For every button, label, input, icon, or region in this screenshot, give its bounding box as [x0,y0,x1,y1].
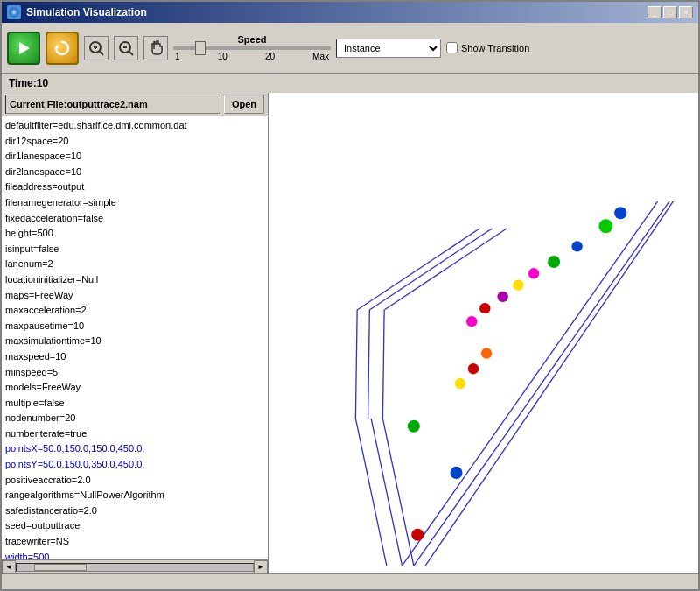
svg-line-17 [355,310,357,419]
status-bar [2,573,698,589]
config-item: positiveaccratio=2.0 [5,473,264,489]
svg-line-18 [368,310,370,419]
window-title: Simulation Visualization [26,6,147,18]
config-item: fixedacceleration=false [5,211,264,227]
content-area: Time:10 Current File:outputtrace2.nam Op… [2,74,698,573]
svg-point-25 [408,420,420,433]
svg-point-30 [480,303,490,313]
svg-line-21 [369,229,492,310]
speed-section: Speed 1 10 20 Max [173,34,331,61]
config-item: lanenum=2 [5,257,264,272]
show-transition-checkbox[interactable] [446,42,458,53]
open-button[interactable]: Open [224,95,264,114]
show-transition-label: Show Transition [461,43,529,53]
config-item: maps=FreeWay [5,288,264,304]
config-item: nodenumber=20 [5,411,264,426]
svg-point-23 [411,529,424,541]
config-item: models=FreeWay [5,380,264,396]
config-item: dir1lanespace=10 [5,149,264,165]
speed-slider-container: 1 10 20 Max [173,46,331,61]
svg-line-10 [129,51,133,55]
main-window: Simulation Visualization _ □ × [0,0,700,591]
config-item: dir2lanespace=10 [5,165,264,180]
simulation-view [269,93,698,573]
window-controls: _ □ × [648,6,693,18]
config-item: defaultfilter=edu.sharif.ce.dml.common.d… [5,118,264,134]
svg-line-7 [99,51,103,55]
config-item: pointsY=50.0,150.0,350.0,450.0, [5,457,264,473]
config-item: maxpausetime=10 [5,319,264,334]
config-item: height=500 [5,226,264,242]
config-item: width=500 [5,550,264,559]
config-item: filenamegenerator=simple [5,195,264,211]
zoom-out-button[interactable] [114,36,138,60]
config-item: isinput=false [5,242,264,257]
left-panel: Current File:outputtrace2.nam Open defau… [2,93,269,573]
config-item: minspeed=5 [5,365,264,381]
svg-marker-2 [19,42,30,54]
config-item: multiple=false [5,396,264,412]
horizontal-scrollbar: ◄ ► [2,559,268,573]
file-bar: Current File:outputtrace2.nam Open [2,93,268,116]
svg-point-31 [497,292,508,302]
config-list[interactable]: defaultfilter=edu.sharif.ce.dml.common.d… [2,116,268,559]
config-item: tracewriter=NS [5,534,264,550]
svg-point-33 [528,268,539,278]
svg-point-36 [598,219,612,233]
svg-point-27 [468,363,479,374]
current-file-display: Current File:outputtrace2.nam [5,95,220,114]
refresh-button[interactable] [46,32,79,65]
title-bar-left: Simulation Visualization [7,5,147,19]
scroll-left-button[interactable]: ◄ [2,560,16,574]
toolbar: Speed 1 10 20 Max Instance Show Transiti… [2,23,698,74]
main-content: Current File:outputtrace2.nam Open defau… [2,93,698,573]
svg-point-29 [466,316,477,327]
maximize-button[interactable]: □ [663,6,677,18]
hand-tool-button[interactable] [144,36,168,60]
svg-marker-3 [56,45,60,48]
svg-point-34 [548,256,560,268]
config-item: rangealgorithms=NullPowerAlgorithm [5,488,264,503]
config-item: fileaddress=output [5,179,264,195]
speed-marks: 1 10 20 Max [173,52,331,61]
svg-point-32 [513,279,523,290]
config-item: maxsimulationtime=10 [5,334,264,349]
zoom-in-button[interactable] [84,36,108,60]
minimize-button[interactable]: _ [648,6,662,18]
svg-line-15 [355,419,386,566]
speed-mark-20: 20 [265,52,275,61]
svg-line-11 [402,201,658,566]
svg-point-24 [450,467,462,479]
instance-select[interactable]: Instance [336,39,441,58]
config-item: maxspeed=10 [5,349,264,365]
show-transition-section: Show Transition [446,42,529,53]
svg-line-12 [414,201,669,566]
time-label: Time:10 [9,77,48,89]
config-item: maxacceleration=2 [5,303,264,319]
scroll-thumb[interactable] [34,564,87,571]
config-item: pointsX=50.0,150.0,150.0,450.0, [5,441,264,457]
play-button[interactable] [7,32,40,65]
simulation-svg [269,93,698,573]
scroll-right-button[interactable]: ► [254,560,268,574]
config-item: seed=outputtrace [5,518,264,534]
config-item: locationinitializer=Null [5,272,264,288]
time-bar: Time:10 [2,74,698,93]
svg-point-1 [12,11,16,14]
svg-line-20 [357,229,480,310]
title-bar: Simulation Visualization _ □ × [2,2,698,23]
speed-mark-max: Max [312,52,329,61]
speed-mark-10: 10 [218,52,228,61]
svg-line-16 [382,419,413,566]
config-item: safedistanceratio=2.0 [5,503,264,519]
svg-point-35 [571,241,582,251]
config-item: dir12space=20 [5,134,264,150]
svg-line-14 [371,419,402,566]
config-item: numberiterate=true [5,426,264,442]
speed-mark-1: 1 [175,52,180,61]
app-icon [7,5,21,19]
speed-slider[interactable] [173,46,331,50]
close-button[interactable]: × [679,6,693,18]
svg-line-19 [382,310,384,419]
svg-point-28 [481,348,492,358]
